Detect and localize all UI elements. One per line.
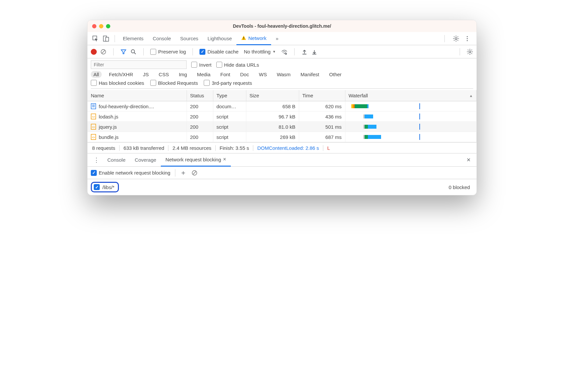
status-domcontentloaded: DOMContentLoaded: 2.86 s — [253, 145, 323, 151]
col-size[interactable]: Size — [246, 90, 299, 101]
close-drawer-icon[interactable]: × — [463, 156, 474, 164]
pattern-text: /libs/* — [102, 184, 115, 190]
pattern-checkbox[interactable] — [94, 184, 100, 190]
clear-icon[interactable] — [100, 49, 107, 55]
tabs-overflow[interactable]: » — [271, 32, 283, 45]
svg-text:<>: <> — [92, 126, 95, 129]
type-pill-font[interactable]: Font — [218, 71, 233, 78]
col-status[interactable]: Status — [187, 90, 213, 101]
type-pill-img[interactable]: Img — [176, 71, 190, 78]
blocking-toolbar: Enable network request blocking ＋ — [88, 167, 476, 179]
close-tab-icon[interactable]: × — [223, 156, 226, 162]
request-time: 687 ms — [299, 132, 345, 142]
pattern-item[interactable]: /libs/* — [91, 182, 119, 192]
svg-line-29 — [193, 171, 196, 175]
svg-rect-4 — [243, 39, 244, 40]
preserve-log-checkbox[interactable] — [150, 49, 156, 55]
request-type: script — [213, 112, 246, 122]
type-pill-other[interactable]: Other — [327, 71, 344, 78]
col-time[interactable]: Time — [299, 90, 345, 101]
request-name: bundle.js — [99, 134, 119, 140]
svg-text:<>: <> — [92, 115, 95, 118]
drawer-kebab-icon[interactable]: ⋮ — [90, 156, 103, 164]
table-row[interactable]: <>bundle.js 200 script 269 kB 687 ms — [88, 132, 476, 142]
disable-cache-checkbox[interactable] — [199, 49, 205, 55]
type-pill-doc[interactable]: Doc — [237, 71, 252, 78]
hide-data-urls-option[interactable]: Hide data URLs — [216, 62, 259, 68]
request-name: foul-heavenly-direction.... — [99, 104, 154, 109]
requests-table: Name Status Type Size Time Waterfall▲ fo… — [88, 90, 476, 142]
network-settings-icon[interactable] — [467, 49, 473, 55]
device-toolbar-icon[interactable] — [103, 35, 109, 42]
type-pill-fetchxhr[interactable]: Fetch/XHR — [106, 71, 136, 78]
upload-har-icon[interactable] — [301, 49, 308, 55]
blocked-requests-option[interactable]: Blocked Requests — [150, 80, 198, 86]
add-pattern-button[interactable]: ＋ — [180, 168, 187, 177]
network-toolbar: Preserve log Disable cache No throttling… — [88, 45, 476, 58]
preserve-log-option[interactable]: Preserve log — [150, 49, 186, 55]
request-status: 200 — [187, 132, 213, 142]
has-blocked-cookies-option[interactable]: Has blocked cookies — [91, 80, 144, 86]
request-time: 436 ms — [299, 112, 345, 122]
type-pill-all[interactable]: All — [91, 71, 102, 78]
col-name[interactable]: Name — [88, 90, 187, 101]
tab-lighthouse[interactable]: Lighthouse — [203, 32, 236, 45]
request-status: 200 — [187, 112, 213, 122]
request-name: lodash.js — [99, 114, 118, 119]
download-har-icon[interactable] — [311, 49, 318, 55]
tab-network[interactable]: Network — [236, 32, 271, 45]
type-pill-css[interactable]: CSS — [156, 71, 172, 78]
main-tabstrip: Elements Console Sources Lighthouse Netw… — [88, 32, 476, 45]
request-type: docum… — [213, 101, 246, 112]
tab-sources[interactable]: Sources — [176, 32, 203, 45]
disable-cache-option[interactable]: Disable cache — [199, 49, 238, 55]
throttling-select[interactable]: No throttling ▼ — [242, 49, 278, 54]
waterfall-bar — [349, 134, 421, 140]
kebab-menu-icon[interactable] — [464, 35, 471, 42]
filter-input[interactable] — [91, 60, 187, 69]
enable-blocking-checkbox[interactable] — [91, 170, 97, 176]
inspect-element-icon[interactable] — [92, 35, 99, 42]
type-pill-ws[interactable]: WS — [256, 71, 269, 78]
type-pill-wasm[interactable]: Wasm — [274, 71, 293, 78]
settings-icon[interactable] — [453, 35, 459, 42]
waterfall-bar — [349, 114, 421, 119]
svg-line-12 — [134, 52, 136, 54]
network-conditions-icon[interactable] — [281, 49, 288, 55]
filter-icon[interactable] — [120, 49, 127, 55]
type-pill-manifest[interactable]: Manifest — [298, 71, 322, 78]
type-pill-js[interactable]: JS — [140, 71, 152, 78]
enable-blocking-option[interactable]: Enable network request blocking — [91, 170, 170, 176]
hide-data-urls-checkbox[interactable] — [216, 62, 222, 68]
blocked-count: 0 blocked — [449, 184, 473, 190]
drawer-tabstrip: ⋮ Console Coverage Network request block… — [88, 153, 476, 167]
drawer-tab-blocking[interactable]: Network request blocking × — [161, 153, 231, 167]
drawer-tab-coverage[interactable]: Coverage — [130, 153, 161, 167]
col-waterfall[interactable]: Waterfall▲ — [345, 90, 476, 101]
tab-elements[interactable]: Elements — [118, 32, 148, 45]
type-pill-media[interactable]: Media — [194, 71, 213, 78]
sort-indicator-icon: ▲ — [469, 94, 473, 98]
invert-option[interactable]: Invert — [191, 62, 212, 68]
script-file-icon: <> — [91, 124, 96, 130]
svg-point-8 — [467, 40, 468, 41]
preserve-log-label: Preserve log — [158, 49, 186, 54]
table-row[interactable]: <>lodash.js 200 script 96.7 kB 436 ms — [88, 112, 476, 122]
invert-checkbox[interactable] — [191, 62, 197, 68]
enable-blocking-label: Enable network request blocking — [99, 170, 170, 176]
third-party-option[interactable]: 3rd-party requests — [204, 80, 252, 86]
svg-point-13 — [284, 53, 285, 54]
script-file-icon: <> — [91, 114, 96, 119]
disable-cache-label: Disable cache — [207, 49, 238, 54]
remove-all-patterns-icon[interactable] — [191, 170, 198, 176]
table-row[interactable]: <>jquery.js 200 script 81.0 kB 501 ms — [88, 122, 476, 132]
status-load: L — [323, 145, 334, 151]
record-button[interactable] — [91, 49, 97, 55]
svg-text:<>: <> — [92, 136, 95, 139]
tab-console[interactable]: Console — [148, 32, 176, 45]
table-row[interactable]: foul-heavenly-direction.... 200 docum… 6… — [88, 101, 476, 112]
col-type[interactable]: Type — [213, 90, 246, 101]
svg-rect-3 — [243, 37, 244, 39]
drawer-tab-console[interactable]: Console — [103, 153, 130, 167]
search-icon[interactable] — [130, 49, 137, 55]
